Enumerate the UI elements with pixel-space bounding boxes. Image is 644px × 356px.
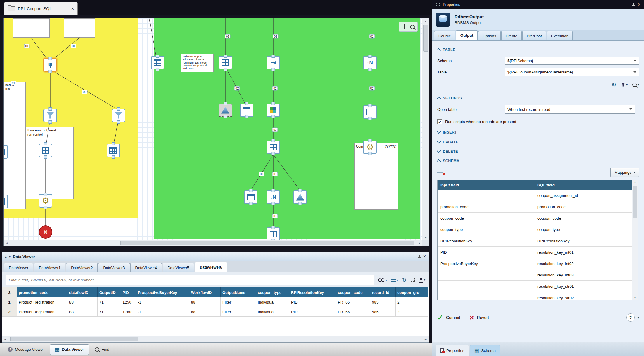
- dataviewer-tab-dataviewer[interactable]: DataViewer: [4, 263, 33, 272]
- table-node[interactable]: [244, 190, 257, 204]
- mapping-input-cell[interactable]: RPIResolutionKey: [438, 235, 535, 246]
- scroll-up-icon[interactable]: ▲: [422, 19, 429, 24]
- mapping-row[interactable]: resolution_key_int03: [438, 269, 638, 281]
- mapping-row[interactable]: promotion_codepromotion_code: [438, 201, 638, 213]
- close-icon[interactable]: ×: [638, 2, 640, 7]
- statusbar-tab-find[interactable]: Find: [90, 345, 114, 355]
- funnel-node[interactable]: [43, 109, 57, 122]
- mapping-sql-cell[interactable]: RPIResolutionKey: [535, 235, 632, 246]
- tab-pre-post[interactable]: Pre/Post: [522, 31, 546, 40]
- delta-node[interactable]: [293, 190, 307, 204]
- gear-node[interactable]: ⚙: [363, 141, 377, 154]
- column-chooser-button[interactable]: ▾: [391, 278, 398, 282]
- schema-dropdown[interactable]: ${RPISchema}: [505, 57, 639, 65]
- gear-node[interactable]: ⚙: [39, 194, 52, 208]
- mappings-button[interactable]: Mappings ▾: [610, 168, 639, 177]
- mapping-sql-cell[interactable]: resolution_key_int01: [535, 247, 632, 258]
- mapping-input-cell[interactable]: PID: [438, 247, 535, 258]
- dataviewer-tab-dataviewer6[interactable]: DataViewer6: [195, 262, 227, 272]
- scroll-left-icon[interactable]: ◄: [3, 336, 8, 342]
- fit-columns-button[interactable]: [411, 278, 415, 282]
- column-header[interactable]: OutputID: [98, 287, 121, 297]
- mapping-row[interactable]: coupon_codecoupon_code: [438, 213, 638, 224]
- mapping-input-cell[interactable]: coupon_type: [438, 224, 535, 235]
- collapse-down-icon[interactable]: ▾: [9, 255, 11, 259]
- pin-icon[interactable]: [631, 3, 635, 6]
- table-row[interactable]: 1Product Registration88711250-188FilterI…: [2, 297, 429, 307]
- section-insert[interactable]: INSERT: [437, 130, 639, 134]
- column-header[interactable]: RPIResolutionKey: [289, 287, 336, 297]
- section-settings[interactable]: SETTINGS: [437, 96, 639, 100]
- commit-button[interactable]: Commit: [446, 315, 460, 320]
- mapping-row[interactable]: ProspectiveBuyerKeyresolution_key_int02: [438, 258, 638, 269]
- canvas-note[interactable]: If we error out, reset run control: [26, 127, 74, 199]
- split-node[interactable]: ⋔: [43, 58, 57, 72]
- combine-node[interactable]: [39, 144, 52, 157]
- bottom-tab-properties[interactable]: Properties: [436, 345, 469, 356]
- chevron-down-icon[interactable]: ▾: [638, 316, 639, 319]
- tab-execution[interactable]: Execution: [547, 31, 573, 40]
- table-node[interactable]: [151, 56, 164, 69]
- statusbar-tab-message-viewer[interactable]: iMessage Viewer: [3, 345, 49, 355]
- column-header[interactable]: coupon_gro: [396, 287, 428, 297]
- column-header[interactable]: record_id: [370, 287, 396, 297]
- section-table[interactable]: TABLE: [437, 48, 639, 52]
- scroll-left-icon[interactable]: ◄: [4, 240, 9, 246]
- tab-output[interactable]: Output: [456, 30, 478, 40]
- canvas-note[interactable]: Write to Coupon Allocation. If we're run…: [181, 54, 214, 72]
- browse-button[interactable]: ▾: [632, 83, 639, 87]
- section-schema[interactable]: SCHEMA: [437, 159, 639, 163]
- column-header[interactable]: WorkflowID: [189, 287, 221, 297]
- mapping-sql-cell[interactable]: coupon_code: [535, 213, 632, 224]
- canvas-horizontal-scrollbar[interactable]: ◄ ►: [4, 240, 423, 246]
- refresh-button[interactable]: ↻: [612, 82, 616, 87]
- bottom-tab-schema[interactable]: ▦Schema: [470, 345, 500, 356]
- scroll-up-icon[interactable]: ▲: [632, 180, 638, 185]
- zoom-icon[interactable]: [410, 25, 415, 29]
- mapping-sql-cell[interactable]: resolution_key_int02: [535, 258, 632, 269]
- pin-icon[interactable]: [417, 255, 421, 259]
- mapping-sql-cell[interactable]: promotion_code: [535, 201, 632, 212]
- scrollbar-thumb[interactable]: [423, 25, 428, 52]
- scrollbar-thumb[interactable]: [633, 186, 637, 218]
- mapping-sql-cell[interactable]: resolution_key_str02: [535, 292, 632, 300]
- table-dropdown[interactable]: ${RPICouponAssignmentTableName}: [505, 68, 639, 76]
- arrows-node[interactable]: ⇥: [267, 56, 280, 69]
- column-header[interactable]: coupon_code: [336, 287, 370, 297]
- canvas-content[interactable]: ired is runIf we error out, reset run co…: [4, 18, 423, 240]
- refresh-button[interactable]: ↻: [402, 277, 407, 283]
- dataviewer-tab-dataviewer4[interactable]: DataViewer4: [130, 263, 162, 272]
- scroll-down-icon[interactable]: ▼: [422, 235, 429, 240]
- mapping-table-scrollbar[interactable]: ▲ ▼: [632, 180, 638, 300]
- mapping-sql-cell[interactable]: coupon_assignment_id: [535, 190, 632, 201]
- pan-icon[interactable]: [402, 24, 407, 29]
- revert-button[interactable]: Revert: [477, 315, 489, 320]
- canvas-note[interactable]: [64, 18, 95, 38]
- document-tab[interactable]: RPI_Coupon_SQL... ×: [4, 2, 78, 15]
- combine-node[interactable]: [4, 145, 8, 159]
- mapping-row[interactable]: coupon_assignment_id: [438, 190, 638, 201]
- scrollbar-thumb[interactable]: [10, 337, 138, 341]
- mapping-sql-cell[interactable]: resolution_key_str01: [535, 281, 632, 292]
- mapping-row[interactable]: RPIResolutionKeyRPIResolutionKey: [438, 235, 638, 247]
- tab-options[interactable]: Options: [478, 31, 501, 40]
- tab-source[interactable]: Source: [434, 31, 455, 40]
- funnel-node[interactable]: [112, 109, 125, 122]
- help-button[interactable]: ?: [626, 313, 635, 322]
- column-header[interactable]: OutputName: [221, 287, 256, 297]
- table-node[interactable]: [4, 195, 8, 208]
- column-header[interactable]: promotion_code: [17, 287, 67, 297]
- find-options-button[interactable]: ▾: [378, 278, 387, 282]
- combine-node[interactable]: [267, 227, 280, 240]
- column-header[interactable]: PID: [121, 287, 136, 297]
- mapping-input-cell[interactable]: [438, 292, 535, 300]
- section-delete[interactable]: DELETE: [437, 150, 639, 154]
- table-row[interactable]: 2Product Registration88711760-188FilterI…: [2, 307, 429, 317]
- scroll-right-icon[interactable]: ►: [417, 240, 422, 246]
- sort-node[interactable]: ↕N: [267, 190, 280, 204]
- mapping-input-cell[interactable]: promotion_code: [438, 201, 535, 212]
- mapping-input-cell[interactable]: [438, 190, 535, 201]
- table-horizontal-scrollbar[interactable]: ◄ ►: [2, 336, 429, 342]
- mapping-row[interactable]: resolution_key_str01: [438, 281, 638, 292]
- dataviewer-tab-dataviewer3[interactable]: DataViewer3: [98, 263, 130, 272]
